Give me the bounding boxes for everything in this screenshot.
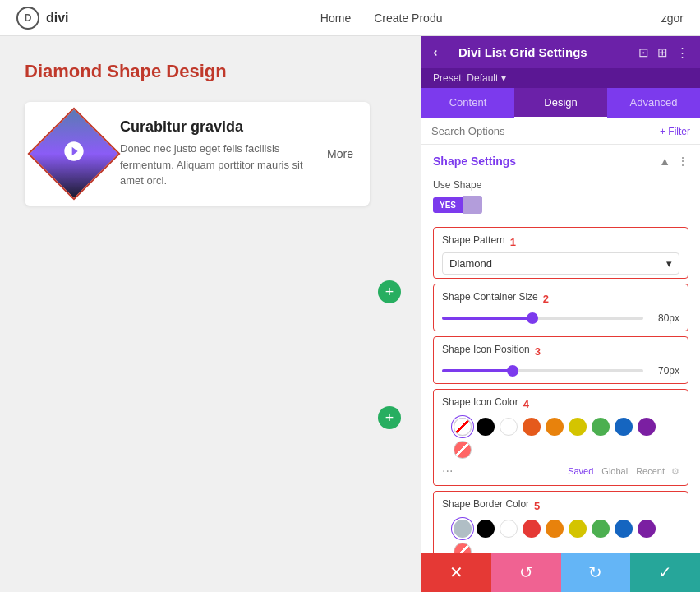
swatch-striped[interactable] [454,441,472,459]
cancel-button[interactable]: ✕ [421,553,491,592]
swatch-border-purple[interactable] [638,520,656,538]
logo-name: divi [46,11,69,25]
swatch-border-blue[interactable] [615,520,633,538]
shape-icon-color-label: Shape Icon Color [442,396,518,408]
shape-pattern-number: 1 [510,236,516,248]
divi-logo-circle: D [16,7,39,30]
preview-area: Diamond Shape Design Curabitur gravida D… [0,36,421,592]
card-heading: Curabitur gravida [120,118,314,136]
swatch-blue[interactable] [615,418,633,436]
card-text: Curabitur gravida Donec nec justo eget f… [120,118,314,189]
preset-label[interactable]: Preset: Default ▾ [433,72,506,84]
section-title-shape: Shape Settings [433,155,516,168]
panel-icon: ⟵ [433,44,452,60]
use-shape-row: Use Shape YES [421,174,700,222]
swatch-border-selected[interactable] [454,520,472,538]
shape-container-section: Shape Container Size 2 80px [433,284,688,331]
toggle-yes-label: YES [433,197,463,213]
shape-border-color-section: Shape Border Color 5 ··· [433,491,688,553]
tab-advanced[interactable]: Advanced [607,88,700,118]
panel-columns-btn[interactable]: ⊞ [657,45,668,60]
swatch-white[interactable] [500,418,518,436]
section-menu-btn[interactable]: ⋮ [677,155,688,168]
swatch-yellow[interactable] [569,418,587,436]
color-tab-global[interactable]: Global [601,466,628,476]
search-input[interactable] [431,125,653,137]
shape-container-thumb[interactable] [527,312,538,324]
swatch-black[interactable] [477,418,495,436]
color-tab-recent[interactable]: Recent [636,466,665,476]
shape-pattern-value: Diamond [449,257,492,270]
shape-pattern-section: Shape Pattern 1 Diamond ▾ [433,227,688,279]
nav-create[interactable]: Create Produ [374,12,442,25]
filter-button[interactable]: + Filter [660,126,690,137]
preset-bar: Preset: Default ▾ [421,68,700,88]
panel-content: Shape Settings ▲ ⋮ Use Shape YES Shape P… [421,145,700,553]
nav-links: Home Create Produ [102,12,661,25]
card: Curabitur gravida Donec nec justo eget f… [25,102,370,206]
card-icon-container [41,121,107,187]
shape-container-fill [442,317,532,320]
shape-pattern-label: Shape Pattern [442,234,505,246]
swatch-border-black[interactable] [477,520,495,538]
swatch-green[interactable] [592,418,610,436]
shape-container-slider-row: 80px [442,309,679,327]
action-bar: ✕ ↺ ↻ ✓ [421,553,700,592]
search-bar: + Filter [421,118,700,145]
shape-icon-position-thumb[interactable] [507,365,518,377]
reset-button[interactable]: ↺ [491,553,561,592]
swatch-purple[interactable] [638,418,656,436]
swatch-transparent[interactable] [454,418,472,436]
panel-title: Divi List Grid Settings [458,45,632,59]
shape-icon-position-slider-row: 70px [442,362,679,380]
shape-border-color-label: Shape Border Color [442,498,529,510]
shape-border-color-number: 5 [534,500,540,512]
panel-header: ⟵ Divi List Grid Settings ⊡ ⊞ ⋮ [421,36,700,68]
use-shape-label: Use Shape [433,179,688,191]
section-collapse-btn[interactable]: ▲ [659,155,670,168]
tab-content[interactable]: Content [421,88,514,118]
card-more[interactable]: More [327,147,353,160]
shape-icon-position-label: Shape Icon Position [442,344,530,355]
shape-icon-position-slider[interactable] [442,369,643,372]
add-item-button-1[interactable]: + [378,280,401,303]
color-tab-saved[interactable]: Saved [568,466,593,476]
nav-user: zgor [661,12,684,25]
shape-container-slider[interactable] [442,317,643,320]
toggle-thumb [463,196,482,214]
use-shape-toggle[interactable]: YES [433,196,688,214]
section-header-actions: ▲ ⋮ [659,155,688,168]
swatch-border-yellow[interactable] [569,520,587,538]
redo-button[interactable]: ↻ [561,553,631,592]
shape-icon-position-fill [442,369,513,372]
swatch-border-red[interactable] [523,520,541,538]
add-item-button-2[interactable]: + [378,406,401,429]
panel-tabs: Content Design Advanced [421,88,700,118]
swatch-border-white[interactable] [500,520,518,538]
shape-icon-color-number: 4 [523,398,529,410]
save-button[interactable]: ✓ [630,553,700,592]
section-header-shape: Shape Settings ▲ ⋮ [421,145,700,174]
more-colors-btn[interactable]: ··· [442,464,453,479]
swatch-border-green[interactable] [592,520,610,538]
shape-icon-position-section: Shape Icon Position 3 70px [433,336,688,384]
icon-color-swatches [442,416,679,464]
swatch-orange[interactable] [546,418,564,436]
top-navigation: D divi Home Create Produ zgor [0,0,700,36]
shape-container-label: Shape Container Size [442,291,538,303]
swatch-border-striped[interactable] [454,543,472,553]
panel-minimize-btn[interactable]: ⊡ [638,45,649,60]
panel-header-actions: ⊡ ⊞ ⋮ [638,45,688,60]
card-body: Donec nec justo eget felis facilisis fer… [120,141,314,189]
nav-home[interactable]: Home [320,12,351,25]
shape-icon-color-section: Shape Icon Color 4 ··· S [433,389,688,486]
shape-icon-position-number: 3 [535,345,541,358]
swatch-border-orange[interactable] [546,520,564,538]
diamond-icon [62,140,85,168]
swatch-orange-red[interactable] [523,418,541,436]
tab-design[interactable]: Design [514,88,607,118]
shape-pattern-dropdown[interactable]: Diamond ▾ [442,252,679,275]
main-area: Diamond Shape Design Curabitur gravida D… [0,36,700,592]
color-settings-icon[interactable]: ⚙ [671,466,679,477]
panel-menu-btn[interactable]: ⋮ [676,45,688,60]
